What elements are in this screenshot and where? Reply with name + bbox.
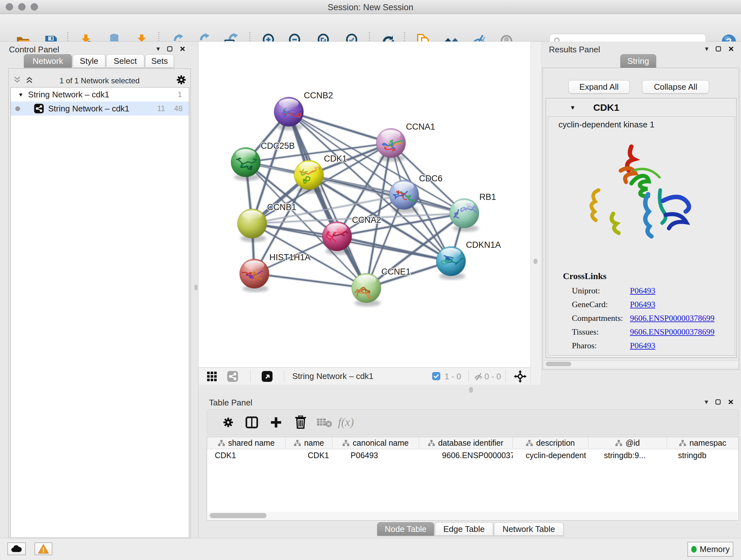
cloud-icon [11,545,22,553]
panel-close-icon[interactable] [180,46,185,52]
control-panel-title: Control Panel [9,45,59,55]
network-list-container: 1 of 1 Network selected ▾ String Network… [8,68,191,540]
network-tree-row-selected[interactable]: String Network – cdk1 11 48 [11,102,189,116]
collapse-all-button[interactable]: Collapse All [642,80,709,94]
crosslink-label: Uniprot: [572,284,630,298]
memory-label: Memory [700,544,730,554]
crosslink-value[interactable]: P06493 [630,300,655,309]
results-panel-title: Results Panel [549,45,600,55]
network-node-RB1[interactable]: RB1 [450,192,496,232]
tab-edge-table[interactable]: Edge Table [435,522,493,536]
column-header[interactable]: name [286,437,333,449]
grid-view-icon[interactable] [207,371,217,381]
tab-sets[interactable]: Sets [145,54,174,68]
gene-name: CDK1 [593,102,619,113]
node-label: CDK1 [324,154,347,164]
function-builder-icon-disabled: f(x) [338,415,354,429]
column-header[interactable]: namespac [667,437,738,449]
network-node-CDKN1A[interactable]: CDKN1A [436,240,501,280]
protein-structure-image [548,133,735,267]
node-label: CDC6 [419,174,443,183]
network-label: String Network – cdk1 [48,104,129,114]
tab-network-table[interactable]: Network Table [494,522,563,536]
table-panel-title: Table Panel [209,398,253,408]
column-header[interactable]: description [513,437,589,449]
column-header[interactable]: @id [589,437,667,449]
table-row[interactable]: CDK1 CDK1 P06493 9606.ENSP00000378699 cy… [207,449,738,461]
splitter-handle[interactable] [469,387,473,393]
section-collapse-icon[interactable]: ▾ [571,104,575,112]
crosslink-value[interactable]: 9606.ENSP00000378699 [630,314,715,323]
current-network-dot-icon [15,106,20,111]
crosslinks-title: CrossLinks [563,271,606,281]
node-label: CCNA1 [406,122,435,132]
panel-close-icon[interactable] [728,46,734,52]
crosslink-label: GeneCard: [572,298,630,311]
network-type-icon [34,104,44,113]
scrollbar-thumb[interactable] [546,362,571,366]
tab-node-table[interactable]: Node Table [377,522,434,536]
left-splitter-handle[interactable] [194,285,198,290]
panel-menu-icon[interactable]: ▾ [704,398,708,406]
selected-checkbox-icon[interactable] [432,372,441,380]
string-results-container: Expand All Collapse All ▾ CDK1 cyclin-de… [542,68,739,370]
show-columns-icon[interactable] [246,416,258,429]
birds-eye-view-icon[interactable] [262,371,273,382]
table-hscrollbar[interactable] [208,512,738,519]
crosslink-label: Compartments: [572,311,630,325]
add-column-icon[interactable] [270,416,282,429]
node-label: CCNB1 [267,202,296,212]
expand-all-button[interactable]: Expand All [568,80,630,94]
tab-select[interactable]: Select [106,54,144,68]
tree-expander-icon[interactable]: ▾ [19,91,22,98]
table-panel: Table Panel ▾ f(x) shared name name cano… [199,396,741,538]
memory-button[interactable]: Memory [687,542,733,557]
results-hscrollbar[interactable] [544,361,738,368]
network-node-HIST1H1A[interactable]: HIST1H1A [235,253,311,292]
delete-column-trash-icon[interactable] [294,415,307,429]
tab-style[interactable]: Style [73,54,105,68]
tab-string[interactable]: String [620,54,656,68]
network-collection-count: 1 [178,90,182,99]
delete-table-icon-disabled [317,418,332,428]
network-selection-status: 1 of 1 Network selected [9,76,191,85]
crosslink-value[interactable]: P06493 [630,341,655,350]
gear-icon[interactable] [176,74,187,85]
column-header[interactable]: database identifier [419,437,513,449]
panel-float-icon[interactable] [716,46,721,52]
node-table: shared name name canonical name database… [207,437,739,520]
horizontal-splitter[interactable] [199,385,741,396]
column-header[interactable]: shared name [207,437,286,449]
titlebar: Session: New Session [0,0,741,14]
vertical-splitter[interactable] [530,42,542,385]
network-node-count: 11 [157,104,165,113]
fit-content-crosshair-icon[interactable] [514,370,527,383]
gene-detail-box: cyclin-dependent kinase 1 [548,116,735,356]
crosslink-row: Pharos:P06493 [572,339,715,353]
hidden-eye-icon [474,372,483,381]
network-share-icon[interactable] [227,371,238,382]
crosslink-value[interactable]: 9606.ENSP00000378699 [630,327,715,336]
cloud-button[interactable] [7,543,26,555]
node-label: HIST1H1A [269,253,311,262]
panel-float-icon[interactable] [167,46,173,52]
memory-status-dot [691,546,697,553]
network-collection-label: String Network – cdk1 [28,90,109,100]
crosslink-value[interactable]: P06493 [630,286,655,295]
column-header[interactable]: canonical name [333,437,419,449]
network-canvas[interactable]: CCNB2CCNA1CDC25BCDK1CDC6RB1CCNB1CCNA2CDK… [199,42,530,367]
network-tree: ▾ String Network – cdk1 1 String Network… [10,87,189,538]
panel-float-icon[interactable] [715,399,721,405]
panel-close-icon[interactable] [728,399,734,405]
network-tree-root-row[interactable]: ▾ String Network – cdk1 1 [11,87,189,102]
crosslink-row: Uniprot:P06493 [572,284,715,298]
warnings-button[interactable] [35,543,52,555]
scrollbar-thumb[interactable] [210,513,266,518]
panel-menu-icon[interactable]: ▾ [156,45,160,53]
tab-network[interactable]: Network [24,54,72,68]
splitter-handle[interactable] [534,259,537,264]
node-label: CCNB2 [304,91,333,100]
table-settings-gear-icon[interactable] [222,417,234,428]
panel-menu-icon[interactable]: ▾ [705,45,709,53]
table-toolbar: f(x) [207,409,738,435]
